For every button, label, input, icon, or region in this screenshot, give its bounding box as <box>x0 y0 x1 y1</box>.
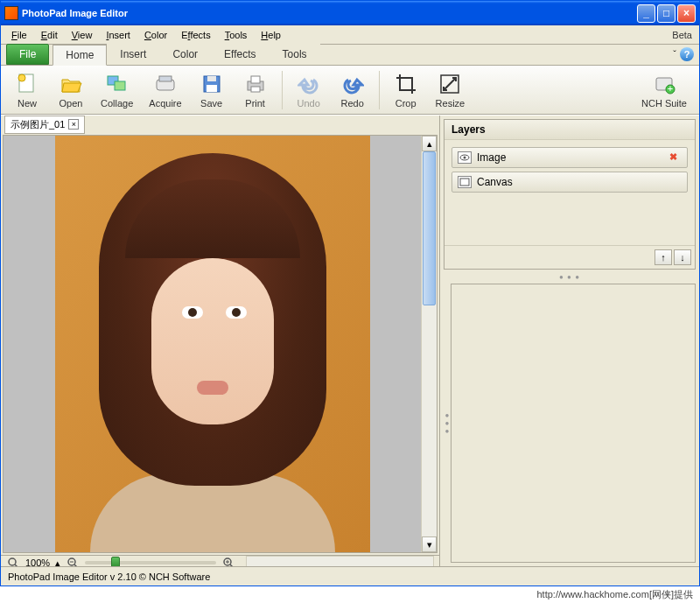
resize-icon <box>438 72 462 96</box>
delete-layer-icon[interactable]: ✖ <box>669 151 682 164</box>
window-title: PhotoPad Image Editor <box>22 8 637 18</box>
visibility-icon[interactable] <box>458 151 472 164</box>
minimize-button[interactable]: _ <box>637 4 655 23</box>
beta-label: Beta <box>672 30 696 40</box>
zoom-bar: 100% ▴ <box>1 555 439 566</box>
layer-name: Image <box>477 151 664 164</box>
svg-rect-7 <box>207 76 216 81</box>
menu-view[interactable]: View <box>65 28 100 42</box>
acquire-button[interactable]: Acquire <box>142 70 188 110</box>
svg-rect-11 <box>251 87 260 92</box>
layers-list: Image ✖ Canvas <box>444 140 695 245</box>
menu-insert[interactable]: Insert <box>99 28 137 42</box>
layer-up-button[interactable]: ↑ <box>654 249 672 265</box>
scroll-thumb[interactable] <box>423 151 436 305</box>
menu-tools[interactable]: Tools <box>218 28 255 42</box>
canvas-pane: 示例图片_01 × ▴ <box>1 116 440 566</box>
zoom-in-icon[interactable] <box>221 556 235 566</box>
watermark-text: http://www.hackhome.com[网侠]提供 <box>0 586 700 603</box>
resize-button[interactable]: Resize <box>429 70 472 110</box>
maximize-button[interactable]: □ <box>657 4 676 23</box>
document-tabs: 示例图片_01 × <box>1 116 439 133</box>
vertical-resize-grip[interactable]: ●●● <box>444 284 451 563</box>
zoom-slider[interactable] <box>85 561 216 564</box>
app-window: PhotoPad Image Editor _ □ × File Edit Vi… <box>0 0 700 586</box>
svg-text:+: + <box>668 83 673 94</box>
zoom-up-icon[interactable]: ▴ <box>55 557 60 567</box>
save-button[interactable]: Save <box>191 70 233 110</box>
tab-home[interactable]: Home <box>52 45 107 66</box>
disk-icon <box>200 72 224 96</box>
collage-button[interactable]: Collage <box>94 70 140 110</box>
file-tab-button[interactable]: File <box>6 44 49 65</box>
undo-icon <box>297 72 321 96</box>
open-button[interactable]: Open <box>50 70 92 110</box>
svg-point-26 <box>464 157 466 159</box>
zoom-out-icon[interactable] <box>66 556 80 566</box>
scanner-icon <box>153 72 178 96</box>
side-panel: Layers Image ✖ Canvas ↑ ↓ <box>440 116 699 566</box>
layer-order-controls: ↑ ↓ <box>444 245 695 269</box>
menu-effects[interactable]: Effects <box>174 28 217 42</box>
collage-icon <box>105 72 130 96</box>
layer-name: Canvas <box>477 176 682 188</box>
zoom-slider-thumb[interactable] <box>111 557 120 566</box>
suite-icon: + <box>652 72 676 96</box>
svg-rect-10 <box>251 76 260 83</box>
redo-icon <box>340 72 365 96</box>
image-content <box>55 136 370 552</box>
crop-icon <box>394 72 418 96</box>
horizontal-resize-grip[interactable]: ● ● ● <box>444 273 696 280</box>
app-icon <box>4 6 18 20</box>
undo-button: Undo <box>288 70 330 110</box>
svg-rect-3 <box>115 81 125 90</box>
nch-suite-button[interactable]: + NCH Suite <box>634 70 694 110</box>
document-tab-label: 示例图片_01 <box>10 118 65 131</box>
ribbon-toolbar: New Open Collage Acquire Save Print Undo <box>1 66 699 115</box>
printer-icon <box>243 72 268 96</box>
layer-row[interactable]: Canvas <box>452 172 688 193</box>
tab-color[interactable]: Color <box>159 44 211 65</box>
close-tab-icon[interactable]: × <box>68 119 79 130</box>
layers-panel: Layers Image ✖ Canvas ↑ ↓ <box>444 119 696 270</box>
tab-insert[interactable]: Insert <box>107 44 159 65</box>
zoom-percent: 100% <box>25 557 50 566</box>
svg-rect-5 <box>159 76 172 81</box>
statusbar: PhotoPad Image Editor v 2.10 © NCH Softw… <box>1 566 699 585</box>
menu-edit[interactable]: Edit <box>34 28 65 42</box>
svg-rect-8 <box>206 85 217 92</box>
layer-row[interactable]: Image ✖ <box>452 147 688 168</box>
folder-icon <box>59 72 83 96</box>
vertical-scrollbar[interactable]: ▴ ▾ <box>421 136 437 552</box>
menu-file[interactable]: File <box>4 28 34 42</box>
new-button[interactable]: New <box>6 70 48 110</box>
canvas-area[interactable] <box>4 136 421 552</box>
scroll-down-icon[interactable]: ▾ <box>422 536 437 552</box>
tab-tools[interactable]: Tools <box>270 44 320 65</box>
menu-help[interactable]: Help <box>254 28 288 42</box>
status-text: PhotoPad Image Editor v 2.10 © NCH Softw… <box>8 571 210 582</box>
print-button[interactable]: Print <box>234 70 276 110</box>
close-button[interactable]: × <box>677 4 696 23</box>
layers-panel-title: Layers <box>444 120 695 140</box>
svg-rect-27 <box>460 179 469 186</box>
svg-point-1 <box>18 74 25 81</box>
zoom-fit-icon[interactable] <box>6 556 20 566</box>
new-doc-icon <box>15 72 39 96</box>
horizontal-scrollbar[interactable] <box>246 556 434 566</box>
workarea: 示例图片_01 × ▴ <box>1 115 699 566</box>
menu-color[interactable]: Color <box>137 28 174 42</box>
layer-down-button[interactable]: ↓ <box>674 249 691 265</box>
tab-effects[interactable]: Effects <box>211 44 269 65</box>
canvas-icon[interactable] <box>458 176 472 188</box>
ribbon-tabs: File Home Insert Color Effects Tools ˇ ? <box>1 45 699 66</box>
titlebar[interactable]: PhotoPad Image Editor _ □ × <box>1 1 699 25</box>
help-icon[interactable]: ? <box>680 47 694 61</box>
crop-button[interactable]: Crop <box>385 70 427 110</box>
ribbon-collapse-chevron[interactable]: ˇ <box>673 49 676 60</box>
properties-panel <box>451 284 696 563</box>
svg-point-16 <box>9 558 16 565</box>
document-tab[interactable]: 示例图片_01 × <box>4 116 85 134</box>
scroll-up-icon[interactable]: ▴ <box>422 136 437 151</box>
redo-button[interactable]: Redo <box>332 70 374 110</box>
